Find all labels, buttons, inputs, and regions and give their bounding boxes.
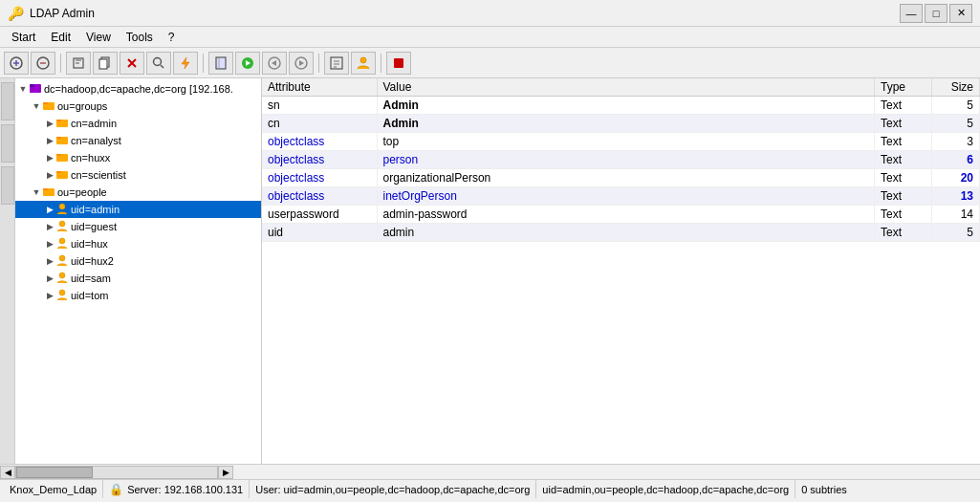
svg-rect-29 [56, 154, 61, 156]
copy-button[interactable] [93, 52, 118, 75]
search-button[interactable] [146, 52, 171, 75]
disconnect-button[interactable] [31, 52, 55, 75]
status-server: 🔒 Server: 192.168.100.131 [103, 480, 250, 498]
table-header-row: Attribute Value Type Size [262, 78, 980, 97]
tree-node-cn-huxx[interactable]: ▶ cn=huxx [15, 149, 261, 166]
navigate-next[interactable] [289, 52, 314, 75]
expander-cn-scientist: ▶ [44, 169, 55, 181]
svg-rect-4 [99, 59, 107, 69]
attr-value-cell: inetOrgPerson [377, 187, 875, 206]
tree-node-uid-hux[interactable]: ▶ uid=hux [15, 235, 261, 252]
table-row[interactable]: cnAdminText5 [262, 115, 980, 133]
menu-help[interactable]: ? [161, 29, 183, 46]
connect-button[interactable] [4, 52, 29, 75]
edit-button[interactable] [66, 52, 91, 75]
uid-hux-icon [55, 236, 69, 252]
stop-button[interactable] [386, 52, 411, 75]
uid-guest-label: uid=guest [71, 221, 117, 232]
attr-name-cell: objectclass [262, 169, 377, 187]
left-tab-1[interactable] [1, 82, 14, 120]
cn-admin-label: cn=admin [71, 118, 117, 129]
expander-cn-admin: ▶ [44, 118, 55, 129]
book-button[interactable] [208, 52, 233, 75]
people-label: ou=people [57, 186, 107, 198]
attr-value-cell: admin [377, 224, 875, 242]
close-btn[interactable]: ✕ [949, 4, 972, 23]
tree-node-uid-sam[interactable]: ▶ uid=sam [15, 270, 261, 287]
uid-sam-icon [55, 271, 69, 287]
expander-people: ▼ [31, 186, 42, 198]
svg-point-37 [59, 255, 65, 261]
people-folder-icon [42, 185, 55, 201]
svg-point-39 [59, 290, 65, 295]
tree-node-uid-admin[interactable]: ▶ uid=admin [15, 201, 261, 218]
expander-root: ▼ [17, 83, 29, 95]
menu-start[interactable]: Start [4, 29, 43, 46]
table-row[interactable]: objectclassinetOrgPersonText13 [262, 187, 980, 206]
col-value: Value [377, 78, 875, 97]
attr-size-cell: 6 [932, 151, 980, 169]
uid-sam-label: uid=sam [71, 273, 111, 284]
tree-node-cn-scientist[interactable]: ▶ cn=scientist [15, 166, 261, 184]
tree-node-cn-admin[interactable]: ▶ cn=admin [15, 115, 261, 132]
status-count-text: 0 subtries [801, 484, 847, 495]
cn-analyst-label: cn=analyst [71, 135, 121, 146]
menu-tools[interactable]: Tools [119, 29, 161, 46]
scroll-right-btn[interactable]: ▶ [218, 466, 233, 479]
window-controls: — □ ✕ [900, 4, 972, 23]
delete-button[interactable] [120, 52, 144, 75]
left-tab-2[interactable] [1, 124, 14, 163]
uid-hux2-label: uid=hux2 [71, 255, 114, 267]
attr-size-cell: 5 [932, 115, 980, 133]
expander-uid-admin: ▶ [44, 204, 55, 215]
attr-name-cell: objectclass [262, 187, 377, 206]
export-button[interactable] [324, 52, 349, 75]
svg-rect-31 [56, 171, 61, 173]
menu-view[interactable]: View [78, 29, 119, 46]
tree-node-cn-analyst[interactable]: ▶ cn=analyst [15, 132, 261, 149]
user-button[interactable] [351, 52, 376, 75]
tree-node-uid-guest[interactable]: ▶ uid=guest [15, 218, 261, 235]
maximize-btn[interactable]: □ [925, 4, 947, 23]
svg-point-7 [154, 57, 162, 65]
status-server-text: Server: 192.168.100.131 [127, 484, 243, 495]
attr-size-cell: 3 [932, 133, 980, 151]
h-scrollbar-thumb[interactable] [16, 467, 93, 478]
attr-name-cell: uid [262, 224, 377, 242]
h-scrollbar[interactable] [15, 466, 218, 479]
table-row[interactable]: objectclasspersonText6 [262, 151, 980, 169]
table-row[interactable]: objectclassorganizationalPersonText20 [262, 169, 980, 187]
tree-node-root[interactable]: ▼ dc=hadoop,dc=apache,dc=org [192.168. [15, 80, 261, 98]
svg-point-35 [59, 221, 65, 227]
attr-name-cell: sn [262, 97, 377, 115]
tree-node-uid-hux2[interactable]: ▶ uid=hux2 [15, 252, 261, 270]
expander-cn-huxx: ▶ [44, 152, 55, 164]
uid-hux2-icon [55, 253, 69, 270]
menu-edit[interactable]: Edit [43, 29, 78, 46]
svg-marker-14 [272, 60, 276, 66]
svg-rect-27 [56, 137, 61, 139]
flash-button[interactable] [173, 52, 198, 75]
navigate-forward[interactable] [235, 52, 260, 75]
expander-groups: ▼ [31, 100, 42, 112]
svg-point-36 [59, 238, 65, 244]
tree-node-uid-tom[interactable]: ▶ uid=tom [15, 287, 261, 304]
tree-node-people[interactable]: ▼ ou=people [15, 184, 261, 201]
table-row[interactable]: uidadminText5 [262, 224, 980, 242]
left-tab-3[interactable] [1, 166, 14, 205]
root-icon [29, 81, 42, 98]
minimize-btn[interactable]: — [900, 4, 923, 23]
attr-size-cell: 5 [932, 97, 980, 115]
svg-line-8 [161, 65, 163, 68]
cn-analyst-icon [55, 133, 69, 149]
table-row[interactable]: snAdminText5 [262, 97, 980, 115]
navigate-back[interactable] [262, 52, 287, 75]
attr-name-cell: objectclass [262, 151, 377, 169]
table-row[interactable]: objectclasstopText3 [262, 133, 980, 151]
attr-type-cell: Text [875, 206, 932, 224]
table-row[interactable]: userpasswordadmin-passwordText14 [262, 206, 980, 224]
tree-node-groups[interactable]: ▼ ou=groups [15, 98, 261, 115]
cn-huxx-icon [55, 150, 69, 166]
attr-value-cell: Admin [377, 115, 875, 133]
scroll-left-btn[interactable]: ◀ [0, 466, 15, 479]
